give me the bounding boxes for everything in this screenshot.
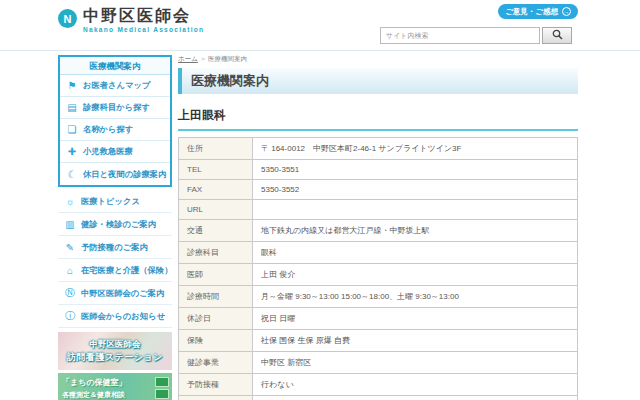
magnifier-icon bbox=[552, 28, 563, 43]
detail-label: 交通 bbox=[179, 220, 253, 242]
banner-badge bbox=[155, 377, 169, 387]
detail-label: 診療時間 bbox=[179, 286, 253, 308]
detail-label: 健診事業 bbox=[179, 352, 253, 374]
syringe-icon: ✎ bbox=[63, 242, 77, 253]
sidebar-item[interactable]: ☼ 医療トピックス bbox=[58, 190, 172, 213]
breadcrumb-home-link[interactable]: ホーム bbox=[178, 55, 198, 62]
detail-value: 月～金曜 9:30～13:00 15:00～18:00、土曜 9:30～13:0… bbox=[253, 286, 578, 308]
sidebar-item[interactable]: ✎ 予防接種のご案内 bbox=[58, 236, 172, 259]
detail-label: FAX bbox=[179, 180, 253, 200]
sidebar-item-label: 在宅医療と介護（保険） bbox=[81, 265, 172, 276]
sidebar-item[interactable]: Ⓝ 中野区医師会のご案内 bbox=[58, 282, 172, 305]
sidebar-item[interactable]: ☾ 休日と夜間の診療案内 bbox=[60, 163, 170, 185]
site-title: 中野区医師会 bbox=[83, 7, 204, 25]
banner-badge bbox=[155, 389, 169, 399]
table-row: 保険 社保 国保 生保 原爆 自費 bbox=[179, 330, 578, 352]
detail-value: 中野区 新宿区 bbox=[253, 352, 578, 374]
table-row: URL bbox=[179, 200, 578, 220]
feedback-button-label: ご意見・ご感想 bbox=[505, 7, 558, 17]
search-button[interactable] bbox=[542, 27, 572, 44]
arrow-circle-icon: → bbox=[562, 7, 571, 16]
site-search bbox=[380, 27, 572, 44]
emergency-cross-icon: ✚ bbox=[65, 146, 79, 157]
table-row: TEL 5350-3551 bbox=[179, 160, 578, 180]
logo-text: 中野区医師会 Nakano Medical Association bbox=[83, 7, 204, 33]
banner-line: 「まちの保健室」 bbox=[62, 377, 168, 388]
table-row: 診療時間 月～金曜 9:30～13:00 15:00～18:00、土曜 9:30… bbox=[179, 286, 578, 308]
detail-value: 5350-3551 bbox=[253, 160, 578, 180]
detail-label: 休診日 bbox=[179, 308, 253, 330]
feedback-button[interactable]: ご意見・ご感想 → bbox=[498, 4, 578, 19]
sidebar-item[interactable]: ▤ 診療科目から探す bbox=[60, 97, 170, 119]
breadcrumb-current: 医療機関案内 bbox=[208, 55, 247, 62]
table-row: 交通 地下鉄丸の内線又は都営大江戸線・中野坂上駅 bbox=[179, 220, 578, 242]
detail-value: 祝日 日曜 bbox=[253, 308, 578, 330]
sidebar-item-label: 休日と夜間の診療案内 bbox=[83, 169, 166, 180]
table-row: 健診事業 中野区 新宿区 bbox=[179, 352, 578, 374]
sidebar-item[interactable]: ⚑ お医者さんマップ bbox=[60, 75, 170, 97]
logo-n-icon: N bbox=[58, 9, 77, 28]
detail-label: 医師 bbox=[179, 264, 253, 286]
sidebar-primary-items: ⚑ お医者さんマップ ▤ 診療科目から探す ❏ 名称から探す ✚ bbox=[60, 75, 170, 185]
table-row: 診療科目 眼科 bbox=[179, 242, 578, 264]
breadcrumb: ホーム ＞ 医療機関案内 bbox=[178, 55, 578, 63]
sidebar-item[interactable]: ❏ 名称から探す bbox=[60, 119, 170, 141]
search-input[interactable] bbox=[380, 27, 540, 44]
sidebar-item-label: 名称から探す bbox=[83, 124, 133, 135]
clinic-name-heading: 上田眼科 bbox=[178, 107, 578, 131]
detail-value: 上田 俊介 bbox=[253, 264, 578, 286]
detail-value: 〒 164-0012 中野区本町2-46-1 サンブライトツイン3F bbox=[253, 138, 578, 160]
sidebar-item-label: お医者さんマップ bbox=[83, 80, 151, 91]
sidebar-item-label: 医療トピックス bbox=[81, 196, 140, 207]
detail-label: 在宅医療 bbox=[179, 396, 253, 400]
sidebar-item[interactable]: ✚ 小児救急医療 bbox=[60, 141, 170, 163]
detail-label: 予防接種 bbox=[179, 374, 253, 396]
detail-value: 行わない bbox=[253, 374, 578, 396]
detail-label: 保険 bbox=[179, 330, 253, 352]
sidebar-primary-group: 医療機関案内 ⚑ お医者さんマップ ▤ 診療科目から探す ❏ 名 bbox=[58, 55, 172, 187]
sidebar-item-label: 中野区医師会のご案内 bbox=[81, 288, 164, 299]
detail-value: 往診のみする bbox=[253, 396, 578, 400]
sidebar-secondary-items: ☼ 医療トピックス ▥ 健診・検診のご案内 ✎ 予防接種のご案内 ⌂ 在宅医療と… bbox=[58, 190, 172, 328]
detail-label: 住所 bbox=[179, 138, 253, 160]
main-content: ホーム ＞ 医療機関案内 医療機関案内 上田眼科 住所 〒 164-0012 中… bbox=[178, 55, 578, 400]
detail-value: 5350-3552 bbox=[253, 180, 578, 200]
detail-value: 地下鉄丸の内線又は都営大江戸線・中野坂上駅 bbox=[253, 220, 578, 242]
sidebar: 医療機関案内 ⚑ お医者さんマップ ▤ 診療科目から探す ❏ 名 bbox=[58, 55, 172, 400]
sidebar-item-label: 健診・検診のご案内 bbox=[81, 219, 156, 230]
hokenshitsu-banner[interactable]: 「まちの保健室」 各種測定＆健康相談 bbox=[58, 373, 172, 400]
sidebar-item[interactable]: ⓘ 医師会からのお知らせ bbox=[58, 305, 172, 328]
table-row: FAX 5350-3552 bbox=[179, 180, 578, 200]
detail-value: 社保 国保 生保 原爆 自費 bbox=[253, 330, 578, 352]
banner-line: 各種測定＆健康相談 bbox=[62, 390, 168, 400]
checkup-document-icon: ▥ bbox=[63, 219, 77, 230]
table-row: 在宅医療 往診のみする bbox=[179, 396, 578, 400]
sidebar-item-label: 予防接種のご案内 bbox=[81, 242, 148, 253]
site-logo[interactable]: N 中野区医師会 Nakano Medical Association bbox=[58, 7, 204, 33]
detail-label: TEL bbox=[179, 160, 253, 180]
clipboard-icon: ▤ bbox=[65, 102, 79, 113]
clinic-details-table: 住所 〒 164-0012 中野区本町2-46-1 サンブライトツイン3F TE… bbox=[178, 137, 578, 400]
site-subtitle: Nakano Medical Association bbox=[83, 26, 204, 33]
nursing-station-banner[interactable]: 中野区医師会 訪問看護ステーション bbox=[58, 332, 172, 370]
association-logo-icon: Ⓝ bbox=[63, 286, 77, 300]
sidebar-item[interactable]: ⌂ 在宅医療と介護（保険） bbox=[58, 259, 172, 282]
detail-label: URL bbox=[179, 200, 253, 220]
map-icon: ⚑ bbox=[65, 80, 79, 91]
sidebar-item[interactable]: ▥ 健診・検診のご案内 bbox=[58, 213, 172, 236]
sidebar-group-title[interactable]: 医療機関案内 bbox=[60, 57, 170, 75]
table-row: 医師 上田 俊介 bbox=[179, 264, 578, 286]
banner-line: 中野区医師会 bbox=[90, 339, 141, 351]
detail-value: 眼科 bbox=[253, 242, 578, 264]
page: N 中野区医師会 Nakano Medical Association ご意見・… bbox=[0, 0, 640, 400]
page-title: 医療機関案内 bbox=[178, 68, 578, 94]
detail-label: 診療科目 bbox=[179, 242, 253, 264]
info-icon: ⓘ bbox=[63, 309, 77, 323]
detail-value bbox=[253, 200, 578, 220]
table-row: 住所 〒 164-0012 中野区本町2-46-1 サンブライトツイン3F bbox=[179, 138, 578, 160]
table-row: 予防接種 行わない bbox=[179, 374, 578, 396]
sidebar-item-label: 小児救急医療 bbox=[83, 146, 133, 157]
site-header: N 中野区医師会 Nakano Medical Association ご意見・… bbox=[0, 0, 640, 51]
moon-icon: ☾ bbox=[65, 169, 79, 180]
sidebar-item-label: 診療科目から探す bbox=[83, 102, 150, 113]
